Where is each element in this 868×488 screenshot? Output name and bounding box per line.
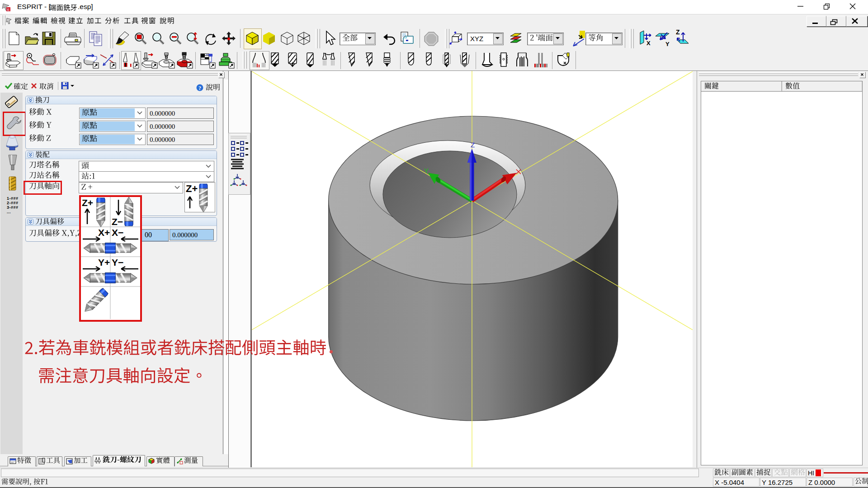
svg-text:Z+: Z+ (82, 197, 93, 208)
svg-text:Y: Y (424, 167, 429, 174)
svg-text:?: ? (198, 85, 201, 91)
svg-text:Z: Z (471, 141, 475, 149)
svg-text:Y+: Y+ (98, 257, 110, 267)
svg-text:X+: X+ (98, 227, 110, 238)
svg-text:E: E (7, 8, 9, 12)
svg-text:Z+: Z+ (186, 183, 198, 194)
svg-text:Y−: Y− (112, 257, 123, 267)
svg-text:Z: Z (676, 28, 680, 36)
svg-text:X: X (646, 40, 651, 47)
svg-text:X−: X− (112, 227, 123, 238)
svg-text:Y: Y (665, 41, 670, 47)
svg-text:Z−: Z− (112, 216, 123, 227)
